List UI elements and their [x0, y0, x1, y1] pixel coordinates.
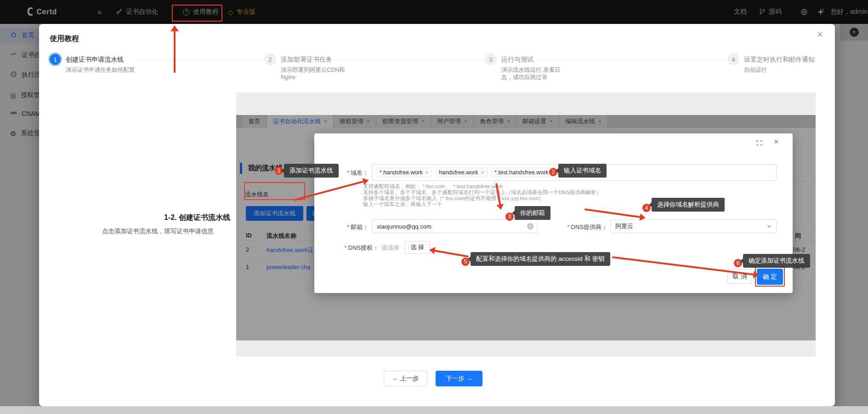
- step-2-desc: 演示部署到阿里云CDN和Nginx: [281, 66, 354, 81]
- step-connector: [136, 59, 262, 60]
- annotation-callout-5: 配置和选择你的域名提供商的 accessid 和 密钥: [471, 252, 610, 266]
- annotation-callout-2: 输入证书域名: [558, 164, 607, 178]
- chevron-down-icon: [767, 225, 772, 230]
- fullscreen-icon[interactable]: [756, 139, 763, 148]
- clear-input-icon[interactable]: ×: [527, 223, 533, 230]
- tutorial-arrow-to-nav: [174, 27, 176, 73]
- domain-tag[interactable]: handsfree.work×: [435, 168, 488, 177]
- prev-step-button[interactable]: ← 上一步: [384, 371, 427, 386]
- domain-tag[interactable]: *.handsfree.work×: [376, 168, 432, 177]
- step-2-title: 添加部署证书任务: [281, 56, 332, 64]
- dns-auth-label: *DNS授权：: [314, 244, 379, 252]
- required-mark: *: [347, 169, 349, 176]
- highlight-frame-add-button: [244, 182, 305, 200]
- demo-screenshot: 首页 证书自动化流水线× 授权管理× 权限资源管理× 用户管理× 角色管理× 邮…: [236, 92, 816, 356]
- dns-auth-placeholder: 请选择: [381, 244, 399, 252]
- domain-help-line: 输入一个回车之后，再输入下一个: [363, 201, 443, 208]
- required-mark: *: [567, 224, 569, 230]
- annotation-callout-6: 确定添加证书流水线: [743, 254, 810, 268]
- tutorial-highlight-frame-nav: [172, 5, 222, 22]
- required-mark: *: [347, 224, 349, 230]
- dialog-close-icon[interactable]: ×: [774, 137, 779, 147]
- screen: C Certd ≡ 证书自动化 ? 使用教程 ◇ 专业版 文档 源码: [0, 0, 868, 414]
- step-4-title: 设置定时执行和邮件通知: [744, 56, 815, 64]
- step-connector: [338, 59, 484, 60]
- tag-close-icon[interactable]: ×: [481, 170, 484, 175]
- tag-close-icon[interactable]: ×: [425, 170, 428, 175]
- step-4-desc: 自动运行: [744, 66, 822, 74]
- dns-provider-select[interactable]: 阿里云: [610, 219, 777, 233]
- caption-heading: 1-2. 创建证书流水线: [164, 213, 230, 223]
- step-3-desc: 演示流水线运行,查看日志，成功后跳过等: [501, 66, 570, 81]
- required-mark: *: [344, 244, 346, 251]
- step-connector: [538, 59, 724, 60]
- annotation-callout-4: 选择你域名解析提供商: [652, 198, 725, 212]
- annotation-callout-1: 添加证书流水线: [284, 164, 339, 178]
- email-label: *邮箱：: [314, 223, 369, 231]
- bottom-strip: [0, 406, 868, 414]
- step-1-desc: 演示证书申请任务如何配置: [66, 66, 139, 74]
- tutorial-title: 使用教程: [50, 34, 79, 44]
- add-pipeline-dialog: × *域名： *.handsfree.work× handsfree.work×…: [314, 133, 793, 293]
- step-4-circle: 4: [727, 53, 739, 65]
- step-2-circle: 2: [264, 53, 276, 65]
- step-3-circle: 3: [485, 53, 497, 65]
- caption-desc: 点击添加证书流水线，填写证书申请信息: [102, 227, 214, 236]
- step-1-circle: 1: [49, 53, 61, 65]
- next-step-button[interactable]: 下一步 →: [436, 371, 482, 386]
- annotation-callout-3: 你的邮箱: [515, 206, 550, 220]
- step-3-title: 运行与测试: [501, 56, 533, 64]
- modal-close-icon[interactable]: ×: [817, 29, 823, 40]
- step-1-title: 创建证书申请流水线: [66, 56, 124, 64]
- dns-provider-label: *DNS提供商：: [555, 223, 607, 231]
- email-input[interactable]: xiaojunnuo@qq.com ×: [372, 219, 538, 233]
- domain-tag[interactable]: *.test.handsfree.work×: [491, 168, 558, 177]
